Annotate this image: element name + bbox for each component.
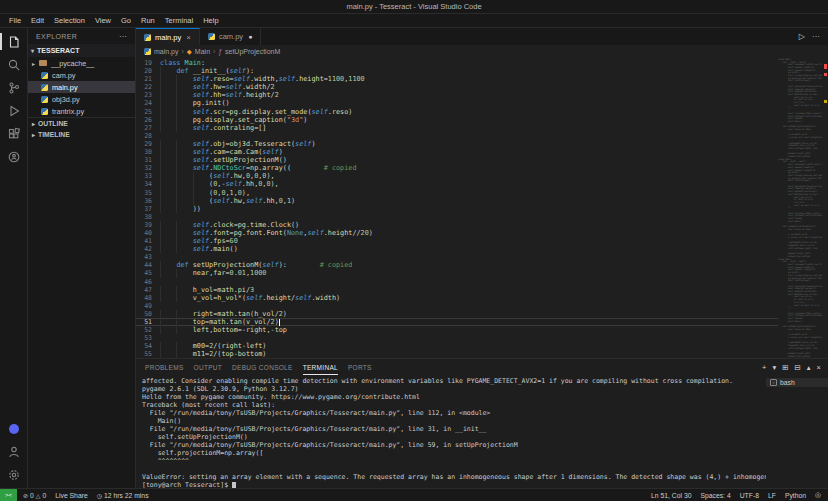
status-utf-8[interactable]: UTF-8 (740, 492, 759, 499)
code-line[interactable]: 53 (136, 334, 778, 342)
code-line[interactable]: 38 (136, 213, 778, 221)
code-line[interactable]: 32 self.NDCtoScr=np.array(( # copied (136, 164, 778, 172)
live-share-icon[interactable] (0, 145, 27, 168)
new-terminal-icon[interactable]: + (762, 363, 766, 372)
menu-edit[interactable]: Edit (26, 16, 49, 25)
more-actions-icon[interactable]: ··· (119, 32, 127, 41)
code-line[interactable]: 50 right=math.tan(h_vol/2) (136, 310, 778, 318)
panel-tab-debug-console[interactable]: DEBUG CONSOLE (232, 359, 293, 375)
code-line[interactable]: 51 top=math.tan(v_vol/2) (136, 318, 778, 326)
menu-go[interactable]: Go (116, 16, 136, 25)
time-tracker-status[interactable]: ◷12 hrs 22 mins (97, 492, 149, 499)
split-terminal-icon[interactable]: ⊞ (782, 363, 788, 372)
tab-cam-py[interactable]: cam.py● (200, 28, 261, 45)
code-line[interactable]: 42 self.main() (136, 245, 778, 253)
kill-terminal-icon[interactable]: ⊟ (795, 363, 801, 372)
menu-help[interactable]: Help (198, 16, 223, 25)
status-lf[interactable]: LF (768, 492, 776, 499)
code-line[interactable]: 22 self.hw=self.width/2 (136, 83, 778, 91)
code-line[interactable]: 26 pg.display.set_caption("3d") (136, 116, 778, 124)
live-share-status[interactable]: Live Share (55, 492, 88, 499)
code-line[interactable]: 25 self.scr=pg.display.set_mode(self.res… (136, 108, 778, 116)
code-line[interactable]: 20 def __init__(self): (136, 67, 778, 75)
explorer-icon[interactable] (0, 30, 27, 53)
code-line[interactable]: 35 (0,0,1,0), (136, 189, 778, 197)
file-main-py[interactable]: main.py (28, 81, 135, 93)
settings-gear-icon[interactable] (0, 463, 27, 486)
code-line[interactable]: 55 m11=2/(top-bottom) (136, 350, 778, 358)
code-line[interactable]: 52 left,bottom=-right,-top (136, 326, 778, 334)
minimap[interactable]: class Main: def __init__(self): self.res… (778, 58, 822, 358)
file-cam-py[interactable]: cam.py (28, 69, 135, 81)
remote-indicator[interactable]: >< (0, 489, 17, 501)
terminal[interactable]: affected. Consider enabling compile time… (136, 375, 766, 488)
code-line[interactable]: 37 )) (136, 205, 778, 213)
code-line[interactable]: 19class Main: (136, 59, 778, 67)
run-python-file-icon[interactable]: ▷ (799, 32, 805, 41)
extensions-icon[interactable] (0, 122, 27, 145)
code-line[interactable]: 29 self.obj=obj3d.Tesseract(self) (136, 140, 778, 148)
source-control-icon[interactable] (0, 76, 27, 99)
code-line[interactable]: 44 def setUpProjectionM(self): # copied (136, 261, 778, 269)
notifications-bell-icon[interactable]: ◎ (815, 491, 821, 499)
problems-status[interactable]: ⊘0△0 (23, 492, 46, 499)
panel-tab-output[interactable]: OUTPUT (194, 359, 223, 375)
menu-file[interactable]: File (4, 16, 26, 25)
menu-view[interactable]: View (90, 16, 116, 25)
code-line[interactable]: 33 (self.hw,0,0,0), (136, 172, 778, 180)
file-obj3d-py[interactable]: obj3d.py (28, 93, 135, 105)
terminal-instance-bash[interactable]: ›bash (766, 378, 828, 387)
code-line[interactable]: 34 (0,-self.hh,0,0), (136, 180, 778, 188)
code-line[interactable]: 40 self.font=pg.font.Font(None,self.heig… (136, 229, 778, 237)
line-number: 46 (136, 278, 160, 286)
run-debug-icon[interactable] (0, 99, 27, 122)
tab-main-py[interactable]: main.py× (136, 28, 200, 45)
menu-terminal[interactable]: Terminal (160, 16, 198, 25)
launch-profile-chevron-icon[interactable]: ▾ (772, 363, 776, 372)
code-line[interactable]: 54 m00=2/(right-left) (136, 342, 778, 350)
code-line[interactable]: 48 v_vol=h_vol*(self.height/self.width) (136, 294, 778, 302)
editor-more-actions-icon[interactable]: ··· (812, 32, 820, 41)
folder-root[interactable]: ▾ TESSERACT (28, 44, 135, 57)
status-ln-51-col-30[interactable]: Ln 51, Col 30 (651, 492, 691, 499)
error-count: 0 (30, 492, 34, 499)
maximize-panel-icon[interactable]: ▴ (807, 363, 811, 372)
code-line[interactable]: 28 (136, 132, 778, 140)
file-trantrix-py[interactable]: trantrix.py (28, 105, 135, 117)
menu-run[interactable]: Run (136, 16, 160, 25)
code-line[interactable]: 39 self.clock=pg.time.Clock() (136, 221, 778, 229)
panel-tab-problems[interactable]: PROBLEMS (145, 359, 184, 375)
accounts-icon[interactable] (0, 440, 27, 463)
discord-icon[interactable] (0, 417, 27, 440)
close-icon[interactable]: × (186, 33, 191, 42)
breadcrumb-item[interactable]: setUpProjectionM (225, 48, 280, 55)
error-mark (824, 73, 827, 76)
code-line[interactable]: 31 self.setUpProjectionM() (136, 156, 778, 164)
code-line[interactable]: 47 h_vol=math.pi/3 (136, 286, 778, 294)
code-line[interactable]: 27 self.contraling=[] (136, 124, 778, 132)
status-label: Live Share (55, 492, 88, 499)
code-line[interactable]: 46 (136, 278, 778, 286)
breadcrumb-item[interactable]: Main (195, 48, 210, 55)
editor[interactable]: 19class Main:20 def __init__(self):21 se… (136, 58, 828, 358)
code-line[interactable]: 45 near,far=0.01,1000 (136, 269, 778, 277)
code-line[interactable]: 36 (self.hw,self.hh,0,1) (136, 197, 778, 205)
code-line[interactable]: 43 (136, 253, 778, 261)
file--pycache-[interactable]: ▸__pycache__ (28, 57, 135, 69)
status-spaces-4[interactable]: Spaces: 4 (700, 492, 730, 499)
code-line[interactable]: 23 self.hh=self.height/2 (136, 91, 778, 99)
code-line[interactable]: 21 self.reso=self.width,self.height=1100… (136, 75, 778, 83)
status-python[interactable]: Python (785, 492, 806, 499)
panel-tab-ports[interactable]: PORTS (348, 359, 372, 375)
code-line[interactable]: 49 (136, 302, 778, 310)
code-line[interactable]: 24 pg.init() (136, 99, 778, 107)
close-panel-icon[interactable]: × (817, 363, 821, 372)
search-icon[interactable] (0, 53, 27, 76)
code-line[interactable]: 30 self.cam=cam.Cam(self) (136, 148, 778, 156)
section-outline[interactable]: ▸OUTLINE (28, 118, 135, 129)
breadcrumb-item[interactable]: main.py (154, 48, 179, 55)
section-timeline[interactable]: ▸TIMELINE (28, 129, 135, 140)
panel-tab-terminal[interactable]: TERMINAL (303, 359, 338, 375)
menu-selection[interactable]: Selection (49, 16, 90, 25)
code-line[interactable]: 41 self.fps=60 (136, 237, 778, 245)
